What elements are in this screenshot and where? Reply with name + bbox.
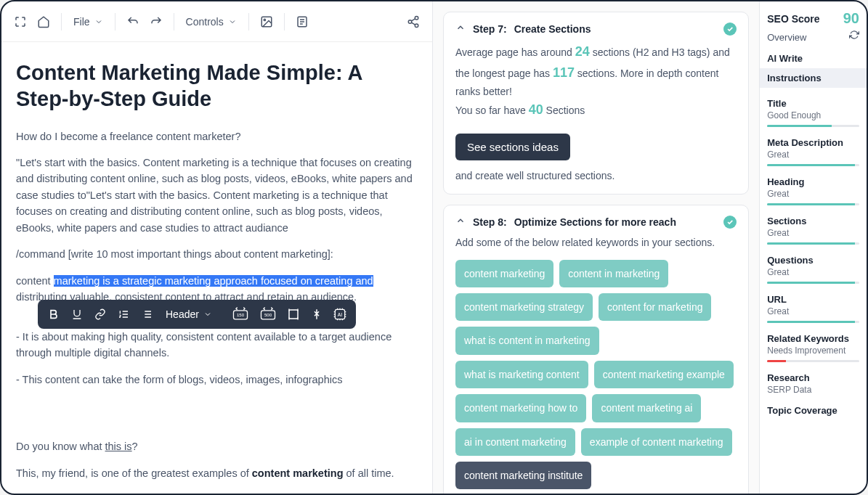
svg-text:150: 150 [237, 313, 245, 317]
document-title: Content Marketing Made Simple: A Step-by… [16, 60, 418, 112]
svg-point-4 [408, 20, 412, 23]
svg-point-1 [264, 19, 265, 20]
paragraph: How do I become a freelance content mark… [16, 128, 418, 144]
keyword-tag[interactable]: content for marketing [599, 293, 712, 321]
notes-icon[interactable] [293, 13, 311, 30]
ai-write-link[interactable]: AI Write [767, 53, 859, 64]
step-title: Optimize Sections for more reach [514, 216, 676, 228]
paragraph: This, my friend, is one of the greatest … [16, 465, 418, 481]
instructions-link[interactable]: Instructions [760, 68, 867, 88]
ai-button[interactable]: AI [330, 304, 350, 324]
keyword-tags: content marketingcontent in marketingcon… [455, 260, 737, 494]
redo-icon[interactable] [147, 13, 165, 30]
overview-link[interactable]: Overview [767, 32, 806, 43]
step-7-card: Step 7: Create Sections Average page has… [443, 12, 749, 195]
editor-toolbar: File Controls [1, 1, 432, 42]
keyword-tag[interactable]: content marketing example [594, 361, 734, 388]
seo-metric-item[interactable]: Sections Great [767, 216, 859, 245]
paragraph: - It is about making high quality, consi… [16, 329, 418, 361]
avg-sections-count: 24 [575, 44, 590, 59]
keyword-tag[interactable]: example of content marketing [581, 428, 732, 456]
collapse-button[interactable] [307, 304, 327, 324]
seo-metric-item[interactable]: Questions Great [767, 255, 859, 284]
keyword-tag[interactable]: what is content in marketing [455, 327, 599, 354]
seo-score-value: 90 [843, 10, 859, 27]
seo-metric-item[interactable]: Meta Description Great [767, 137, 859, 166]
see-sections-button[interactable]: See sections ideas [455, 134, 570, 160]
text-format-toolbar: Header 150 500 AI [38, 300, 356, 329]
heading-select[interactable]: Header [160, 308, 225, 320]
share-icon[interactable] [405, 13, 422, 30]
file-menu-label: File [73, 16, 90, 28]
keyword-tag[interactable]: content marketing [455, 260, 553, 287]
svg-text:AI: AI [338, 312, 342, 317]
keyword-tag[interactable]: content in marketing [559, 260, 668, 287]
topic-coverage-heading: Topic Coverage [767, 405, 859, 416]
svg-point-3 [415, 16, 418, 20]
paragraph: /command [write 10 most important things… [16, 246, 418, 262]
chevron-down-icon [203, 310, 212, 319]
serp-data-link[interactable]: SERP Data [767, 385, 859, 395]
fullscreen-icon[interactable] [12, 13, 29, 30]
bold-button[interactable] [44, 304, 64, 324]
svg-text:500: 500 [264, 313, 272, 317]
editor-body[interactable]: Content Marketing Made Simple: A Step-by… [1, 42, 432, 494]
underline-button[interactable] [67, 304, 87, 324]
step-label: Step 7: [473, 23, 507, 35]
collapse-icon[interactable] [455, 22, 466, 36]
refresh-icon[interactable] [849, 30, 859, 43]
paragraph: - This content can take the form of blog… [16, 372, 418, 388]
guide-panel: Step 7: Create Sections Average page has… [433, 1, 759, 494]
home-icon[interactable] [35, 13, 52, 30]
keyword-tag[interactable]: content marketing strategy [455, 293, 593, 321]
ordered-list-button[interactable] [113, 304, 134, 324]
seo-metric-item[interactable]: URL Great [767, 294, 859, 323]
keyword-tag[interactable]: content marketing institute [455, 462, 591, 489]
link-button[interactable] [90, 304, 110, 324]
frame-button[interactable] [283, 304, 304, 324]
check-icon [723, 216, 737, 229]
selected-text: marketing is a strategic marketing appro… [54, 275, 373, 287]
keyword-tag[interactable]: what is marketing content [455, 361, 588, 388]
svg-rect-10 [289, 310, 298, 319]
keyword-tag[interactable]: ai in content marketing [455, 428, 575, 456]
seo-score-label: SEO Score [767, 13, 819, 25]
file-menu[interactable]: File [70, 13, 106, 30]
max-sections-count: 117 [553, 65, 575, 80]
research-heading: Research [767, 372, 859, 383]
seo-metric-item[interactable]: Related Keywords Needs Improvement [767, 333, 859, 362]
seo-metric-item[interactable]: Title Good Enough [767, 98, 859, 127]
paragraph: I bet that when you hear "content market… [16, 491, 418, 494]
keyword-tag[interactable]: content marketing how to [455, 394, 586, 422]
controls-menu[interactable]: Controls [183, 13, 240, 30]
step-8-card: Step 8: Optimize Sections for more reach… [443, 205, 749, 494]
paragraph: "Let's start with the basics. Content ma… [16, 155, 418, 236]
seo-metric-item[interactable]: Heading Great [767, 176, 859, 205]
step-title: Create Sections [514, 23, 591, 35]
svg-point-5 [415, 24, 418, 28]
chevron-down-icon [94, 17, 103, 26]
current-sections-count: 40 [529, 102, 543, 117]
seo-sidebar: SEO Score 90 Overview AI Write Instructi… [759, 1, 867, 494]
paragraph: Do you know what this is? [16, 438, 418, 454]
expand-500-button[interactable]: 500 [256, 304, 280, 324]
chevron-down-icon [228, 17, 237, 26]
unordered-list-button[interactable] [137, 304, 157, 324]
collapse-icon[interactable] [455, 216, 466, 229]
keyword-tag[interactable]: content marketing ai [592, 394, 701, 422]
check-icon [723, 22, 737, 36]
undo-icon[interactable] [124, 13, 142, 30]
link-text[interactable]: this is [105, 441, 132, 452]
step-label: Step 8: [473, 216, 507, 228]
controls-menu-label: Controls [186, 16, 224, 28]
expand-150-button[interactable]: 150 [228, 304, 253, 324]
image-icon[interactable] [258, 13, 275, 30]
